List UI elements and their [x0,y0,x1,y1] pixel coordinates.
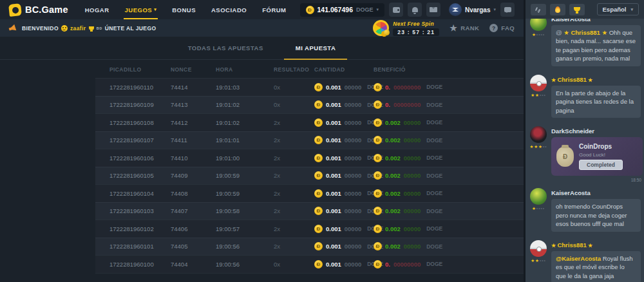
doge-coin-icon: Đ [374,207,382,215]
table-row[interactable]: 1722281960103 74407 19:00:58 2x Đ 0.0010… [95,202,524,220]
doge-coin-icon: Đ [314,100,323,109]
avatar-kaiseracosta[interactable] [530,188,547,205]
bell-icon [412,7,418,12]
nav-item-asociado[interactable]: ASOCIADO [211,0,247,19]
table-row[interactable]: 1722281960100 74404 19:00:56 0x Đ 0.0010… [95,255,524,273]
table-row[interactable]: 1722281960108 74412 19:01:02 2x Đ 0.0010… [95,113,524,131]
doge-coin-icon: Đ [314,83,323,91]
megaphone-icon [8,24,17,32]
star-icon: ★ [450,24,457,32]
doge-coin-icon: Đ [374,118,382,127]
free-spin-widget[interactable]: Next Free Spin 23 : 57 : 21 [373,20,439,36]
table-row[interactable]: 1722281960104 74408 19:00:59 2x Đ 0.0010… [95,184,524,202]
brand-logo[interactable]: BC.Game [9,4,68,16]
table-row[interactable]: 1722281960109 74413 19:01:02 0x Đ 0.0010… [95,96,524,114]
nav-item-hogar[interactable]: HOGAR [85,0,109,19]
user-level-stars: ★★••• [531,259,545,263]
coindrops-title: CoinDrops [579,143,612,150]
wallet-button[interactable] [389,3,403,17]
avatar-chriss881[interactable] [530,75,547,91]
chat-message: ★★••• ★ Chriss881 ★ @KaiserAcosta Royal … [529,240,641,282]
bets-table: 1722281960110 74414 19:01:03 0x Đ 0.0010… [0,78,524,273]
coindrops-completed-button[interactable]: Completed [579,160,623,170]
flame-button[interactable] [550,4,565,15]
chat-message: ★•••• KaiserAcosta oh tremendo CounDrops… [529,188,641,234]
user-level-stars: ★•••• [532,207,545,211]
column-header-cantidad: CANTIDAD [314,66,374,73]
avatar-chriss881[interactable] [530,240,547,257]
user-menu[interactable]: Nvargas ▾ [449,3,496,16]
column-header-resultado: RESULTADO [274,66,314,73]
doge-coin-icon: Đ [306,6,314,14]
welcome-right: Next Free Spin 23 : 57 : 21 ★ RANK ? FAQ [373,20,515,36]
chevron-down-icon: ▾ [377,7,379,12]
chat-message: ★★••• ★ Chriss881 ★ En la parte de abajo… [529,75,641,120]
faq-link[interactable]: ? FAQ [489,24,515,32]
chat-username-chriss881[interactable]: ★ Chriss881 ★ [551,76,641,83]
nav-item-juegos[interactable]: JUEGOS▾ [125,0,157,19]
rain-button[interactable] [531,4,546,15]
table-row[interactable]: 1722281960110 74414 19:01:03 0x Đ 0.0010… [95,78,524,96]
chevron-down-icon: ▾ [493,7,496,12]
welcome-badge: ʙᴅ [97,26,102,30]
chat-message: ★•••• KaiserAcosta @ ★ Chriss881 ★ Ohh q… [529,19,641,69]
user-avatar [449,3,462,16]
chat-message: ★★★•• DarkSchneider ĐCoinDropsGood Luck!… [529,126,641,182]
user-level-stars: ★•••• [532,33,545,37]
chevron-down-icon: ▾ [154,7,156,12]
nav-item-fórum[interactable]: FÓRUM [262,0,286,19]
message-timestamp: 18:50 [551,178,643,182]
notifications-button[interactable] [408,3,422,17]
tab-todas-las-apuestas[interactable]: TODAS LAS APUESTAS [187,44,265,59]
doge-coin-icon: Đ [314,154,323,162]
trophy-button[interactable] [569,4,585,15]
balance-amount: 141.067496 [317,6,353,14]
bcgame-logo-icon [8,3,22,17]
doge-coin-icon: Đ [314,242,323,250]
table-row[interactable]: 1722281960106 74410 19:01:00 2x Đ 0.0010… [95,149,524,167]
faq-label: FAQ [501,24,515,32]
topnav-right: Đ 141.067496 DOGE ▾ Nvargas ▾ [300,3,515,17]
trophy-icon [89,26,94,30]
balance-currency: DOGE [356,6,374,13]
bets-tabs: TODAS LAS APUESTASMI APUESTA [0,37,524,60]
rank-link[interactable]: ★ RANK [450,24,479,32]
table-row[interactable]: 1722281960105 74409 19:00:59 2x Đ 0.0010… [95,167,524,185]
table-row[interactable]: 1722281960107 74411 19:01:01 2x Đ 0.0010… [95,131,524,149]
coindrops-card[interactable]: ĐCoinDropsGood Luck!Completed18:50 [551,137,643,182]
chat-toggle-button[interactable] [500,3,515,17]
language-selector[interactable]: Español ▾ [597,3,639,15]
wallet-icon [393,7,400,13]
nav-item-bonus[interactable]: BONUS [172,0,196,19]
doge-coin-icon: Đ [314,171,323,180]
avatar-darkschneider[interactable] [530,126,547,143]
rain-icon [535,6,542,13]
welcome-prefix: BIENVENIDO [22,25,59,32]
chat-messages: ★•••• KaiserAcosta @ ★ Chriss881 ★ Ohh q… [526,19,644,282]
chat-username-kaiseracosta[interactable]: KaiserAcosta [551,19,641,23]
chat-username-darkschneider[interactable]: DarkSchneider [551,127,641,135]
inbox-button[interactable] [426,3,440,17]
chat-bubble: oh tremendo CounDrops pero nunca me deja… [551,199,641,231]
table-row[interactable]: 1722281960101 74405 19:00:56 2x Đ 0.0010… [95,238,524,256]
doge-coin-icon: Đ [314,118,323,127]
doge-coin-icon: Đ [374,242,382,250]
top-nav: BC.Game HOGARJUEGOS▾BONUSASOCIADOFÓRUM Đ… [0,0,524,19]
doge-coin-icon: Đ [374,136,382,144]
balance-selector[interactable]: Đ 141.067496 DOGE ▾ [300,3,385,17]
welcome-message[interactable]: BIENVENIDO zaafir ʙᴅ ÚNETE AL JUEGO [22,25,156,32]
user-level-stars: ★★••• [531,93,545,98]
tab-mi-apuesta[interactable]: MI APUESTA [294,44,337,59]
table-row[interactable]: 1722281960102 74406 19:00:57 2x Đ 0.0010… [95,220,524,238]
user-name: Nvargas [465,6,490,14]
doge-coin-icon: Đ [374,260,382,268]
doge-coin-icon: Đ [314,260,323,268]
avatar-kaiseracosta[interactable] [530,19,547,31]
money-bag-icon: Đ [556,147,574,167]
brand-name: BC.Game [25,5,68,15]
chat-username-kaiseracosta[interactable]: KaiserAcosta [551,189,641,196]
question-icon: ? [489,24,498,32]
chat-username-chriss881[interactable]: ★ Chriss881 ★ [551,241,641,249]
doge-coin-icon: Đ [374,225,382,233]
doge-coin-icon: Đ [374,154,382,162]
